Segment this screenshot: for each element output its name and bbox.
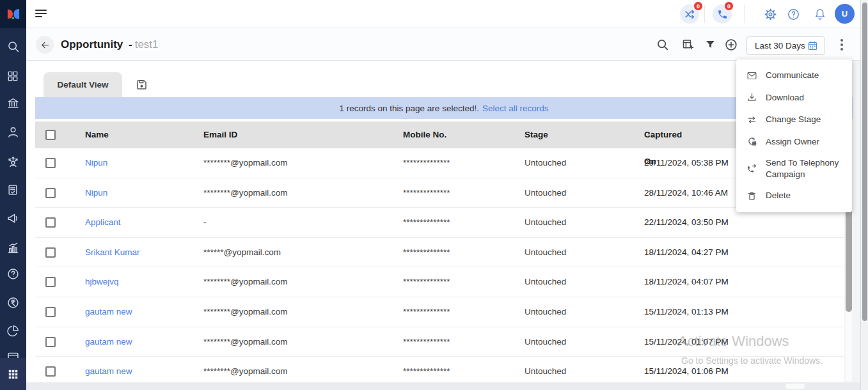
user-avatar[interactable]: U xyxy=(835,4,855,24)
sidebar-item-distribution[interactable] xyxy=(5,153,20,169)
search-button[interactable] xyxy=(655,28,669,61)
menu-item-delete[interactable]: Delete xyxy=(736,185,852,207)
horizontal-scrollbar xyxy=(26,382,860,390)
hamburger-menu-button[interactable] xyxy=(35,10,48,17)
more-actions-button[interactable] xyxy=(839,37,845,52)
sidebar-item-payments[interactable] xyxy=(5,295,20,310)
sort-icon[interactable]: ↑↓ xyxy=(647,121,653,148)
sidebar-item-marketing[interactable] xyxy=(5,210,20,226)
help-circle-icon xyxy=(6,267,20,281)
shuffle-badge: 0 xyxy=(693,1,703,11)
back-button[interactable] xyxy=(36,36,54,54)
menu-item-change-stage[interactable]: Change Stage xyxy=(736,109,852,131)
opportunity-name-link[interactable]: gautam new xyxy=(85,297,132,327)
date-range-label: Last 30 Days xyxy=(755,41,807,51)
app-logo xyxy=(0,0,26,28)
plus-circle-icon xyxy=(724,38,738,52)
view-subtitle: test1 xyxy=(135,38,159,51)
select-all-records-link[interactable]: Select all records xyxy=(482,104,549,113)
menu-item-label: Send To Telephony Campaign xyxy=(766,157,847,180)
pie-chart-icon xyxy=(6,324,20,338)
menu-item-label: Assign Owner xyxy=(766,136,819,148)
title-separator: - xyxy=(129,38,132,51)
quick-add-button[interactable] xyxy=(724,28,738,61)
download-icon xyxy=(746,92,757,103)
browser-scrollbar-thumb[interactable] xyxy=(862,3,867,321)
captured-on-cell: 15/11/2024, 01:13 PM xyxy=(644,297,729,327)
notifications-button[interactable] xyxy=(813,7,827,21)
floppy-save-icon xyxy=(135,78,148,91)
assign-owner-icon xyxy=(746,136,757,147)
opportunity-name-link[interactable]: Nipun xyxy=(85,148,107,178)
distribute-icon xyxy=(6,155,20,168)
row-checkbox[interactable] xyxy=(45,247,56,258)
date-range-button[interactable]: Last 30 Days xyxy=(746,36,825,55)
row-checkbox[interactable] xyxy=(45,188,56,198)
sidebar-item-analytics[interactable] xyxy=(5,323,20,338)
shuffle-icon xyxy=(684,8,696,20)
opportunity-name-link[interactable]: Applicant xyxy=(85,208,121,238)
email-cell: ********@yopmail.com xyxy=(203,267,288,297)
column-header-mobile: Mobile No. xyxy=(403,121,446,148)
browser-scrollbar xyxy=(860,0,868,390)
save-view-button[interactable] xyxy=(135,78,148,91)
bank-icon xyxy=(6,97,20,110)
settings-button[interactable] xyxy=(763,7,777,21)
horizontal-scrollbar-thumb[interactable] xyxy=(785,384,805,389)
opportunity-name-link[interactable]: gautam new xyxy=(85,327,132,357)
row-checkbox[interactable] xyxy=(45,366,56,377)
row-checkbox[interactable] xyxy=(45,307,56,317)
table-row: gautam new ********@yopmail.com ********… xyxy=(35,297,844,327)
stage-cell: Untouched xyxy=(525,178,566,208)
filter-button[interactable] xyxy=(703,28,717,61)
sidebar-item-apps[interactable] xyxy=(0,358,26,390)
bell-icon xyxy=(814,8,826,20)
actions-context-menu: Communicate Download Change Stage Assign… xyxy=(736,59,852,212)
change-stage-icon xyxy=(746,114,757,125)
manage-columns-button[interactable] xyxy=(681,28,695,61)
table-header: Name Email ID Mobile No. Stage Captured … xyxy=(35,121,844,148)
tab-default-view[interactable]: Default View xyxy=(43,72,122,97)
menu-item-label: Change Stage xyxy=(766,114,821,125)
captured-on-cell: 18/11/2024, 04:07 PM xyxy=(644,267,729,297)
person-icon xyxy=(6,125,20,139)
gear-icon xyxy=(764,8,777,21)
envelope-icon xyxy=(746,70,757,81)
row-checkbox[interactable] xyxy=(45,337,56,347)
row-checkbox[interactable] xyxy=(45,217,56,228)
row-checkbox[interactable] xyxy=(45,277,56,287)
sidebar-item-help[interactable] xyxy=(5,266,20,281)
captured-on-cell: 29/11/2024, 05:38 PM xyxy=(644,148,729,178)
email-cell: ******@yopmail.com xyxy=(203,238,281,268)
opportunity-name-link[interactable]: Nipun xyxy=(85,178,107,208)
opportunity-name-link[interactable]: hjbwejvq xyxy=(85,267,119,297)
opportunity-name-link[interactable]: Srikant Kumar xyxy=(85,238,140,268)
help-button[interactable] xyxy=(786,7,800,21)
sidebar-item-contacts[interactable] xyxy=(5,124,20,139)
sidebar-item-forms[interactable] xyxy=(5,182,20,198)
sidebar-item-search[interactable] xyxy=(5,38,20,54)
menu-item-communicate[interactable]: Communicate xyxy=(736,65,852,87)
mobile-cell: ************** xyxy=(403,297,450,327)
rupee-icon xyxy=(6,296,20,309)
sidebar-item-dashboard[interactable] xyxy=(5,68,20,84)
select-all-checkbox[interactable] xyxy=(45,130,56,140)
sidebar-item-reports[interactable] xyxy=(5,240,20,255)
menu-item-send-telephony[interactable]: Send To Telephony Campaign xyxy=(736,153,852,185)
logo-icon xyxy=(4,4,23,24)
menu-item-download[interactable]: Download xyxy=(736,87,852,109)
mobile-cell: ************** xyxy=(403,208,450,238)
row-checkbox[interactable] xyxy=(45,158,56,168)
email-cell: - xyxy=(203,208,207,238)
sidebar xyxy=(0,0,26,390)
menu-item-assign-owner[interactable]: Assign Owner xyxy=(736,131,852,153)
table-row: Applicant - ************** Untouched 22/… xyxy=(35,208,844,238)
opportunity-name-link[interactable]: gautam new xyxy=(85,357,132,382)
main-content: Default View 1 records on this page are … xyxy=(26,61,860,390)
selection-message: 1 records on this page are selected!. xyxy=(340,104,479,113)
mobile-cell: ************** xyxy=(403,148,450,178)
sidebar-item-accounts[interactable] xyxy=(5,95,20,111)
windows-watermark-subtitle: Go to Settings to activate Windows. xyxy=(681,355,823,366)
captured-on-cell: 28/11/2024, 10:46 AM xyxy=(644,178,728,208)
mobile-cell: ************** xyxy=(403,178,450,208)
